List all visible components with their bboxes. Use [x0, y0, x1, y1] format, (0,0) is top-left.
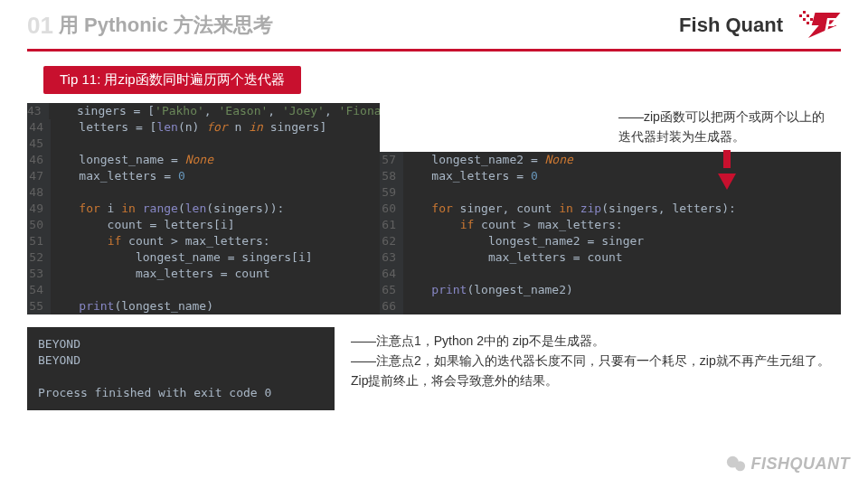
code-line: 58 max_letters = 0	[380, 168, 841, 184]
code-line: 43 singers = ['Pakho', 'Eason', 'Joey', …	[27, 103, 380, 119]
header-divider	[27, 49, 841, 52]
tip-badge: Tip 11: 用zip函数同时遍历两个迭代器	[43, 66, 301, 94]
code-line: 61 if count > max_letters:	[380, 217, 841, 233]
code-line: 60 for singer, count in zip(singers, let…	[380, 201, 841, 217]
code-line: 49 for i in range(len(singers)):	[27, 201, 380, 217]
line-number: 62	[380, 233, 403, 249]
line-number: 60	[380, 201, 403, 217]
code-line: 47 max_letters = 0	[27, 168, 380, 184]
code-line: 52 longest_name = singers[i]	[27, 249, 380, 266]
code-line: 51 if count > max_letters:	[27, 233, 380, 249]
slide-header: 01 用 Pythonic 方法来思考 Fish Quant F	[0, 0, 868, 45]
line-number: 45	[27, 136, 51, 152]
chapter-title: 用 Pythonic 方法来思考	[59, 12, 679, 39]
code-line: 65 print(longest_name2)	[380, 282, 841, 298]
line-number: 61	[380, 217, 403, 233]
line-number: 55	[27, 298, 51, 314]
code-line: 57 longest_name2 = None	[380, 152, 841, 168]
brand-logo-icon: F	[799, 11, 841, 40]
code-line: 53 max_letters = count	[27, 266, 380, 282]
line-number: 65	[380, 282, 403, 298]
code-line: 45	[27, 136, 380, 152]
code-line: 46 longest_name = None	[27, 152, 380, 168]
code-line: 55 print(longest_name)	[27, 298, 380, 314]
code-line: 64	[380, 266, 841, 282]
code-line: 66	[380, 298, 841, 314]
line-number: 48	[27, 184, 51, 201]
line-number: 51	[27, 233, 51, 249]
watermark: FISHQUANT	[726, 454, 851, 474]
line-number: 63	[380, 249, 403, 266]
output-console: BEYOND BEYOND Process finished with exit…	[27, 327, 335, 410]
arrow-head-icon	[718, 174, 736, 190]
svg-rect-0	[799, 14, 802, 17]
svg-rect-3	[807, 14, 809, 17]
line-number: 52	[27, 249, 51, 266]
svg-text:F: F	[825, 14, 836, 34]
svg-rect-2	[803, 18, 806, 21]
line-number: 53	[27, 266, 51, 282]
chapter-number: 01	[27, 12, 53, 40]
brand-name: Fish Quant	[679, 14, 783, 37]
svg-rect-5	[810, 18, 813, 21]
code-line: 59	[380, 184, 841, 201]
bottom-note: ——注意点1，Python 2中的 zip不是生成器。 ——注意点2，如果输入的…	[351, 327, 841, 410]
line-number: 59	[380, 184, 403, 201]
line-number: 57	[380, 152, 403, 168]
svg-rect-4	[807, 22, 809, 24]
line-number: 66	[380, 298, 403, 314]
code-line: 63 max_letters = count	[380, 249, 841, 266]
side-note: ——zip函数可以把两个或两个以上的迭代器封装为生成器。	[597, 103, 841, 152]
svg-point-8	[735, 461, 745, 471]
code-line: 48	[27, 184, 380, 201]
code-line: 50 count = letters[i]	[27, 217, 380, 233]
code-block-right: 57 longest_name2 = None58 max_letters = …	[380, 152, 841, 314]
line-number: 43	[27, 103, 49, 119]
code-block-left: 43 singers = ['Pakho', 'Eason', 'Joey', …	[27, 103, 380, 314]
line-number: 64	[380, 266, 403, 282]
line-number: 46	[27, 152, 51, 168]
arrow-icon	[723, 150, 731, 168]
line-number: 49	[27, 201, 51, 217]
line-number: 47	[27, 168, 51, 184]
line-number: 54	[27, 282, 51, 298]
line-number: 50	[27, 217, 51, 233]
line-number: 58	[380, 168, 403, 184]
code-line: 62 longest_name2 = singer	[380, 233, 841, 249]
svg-rect-1	[803, 11, 806, 14]
code-line: 44 letters = [len(n) for n in singers]	[27, 119, 380, 136]
wechat-icon	[726, 454, 746, 474]
line-number: 44	[27, 119, 51, 136]
code-line: 54	[27, 282, 380, 298]
